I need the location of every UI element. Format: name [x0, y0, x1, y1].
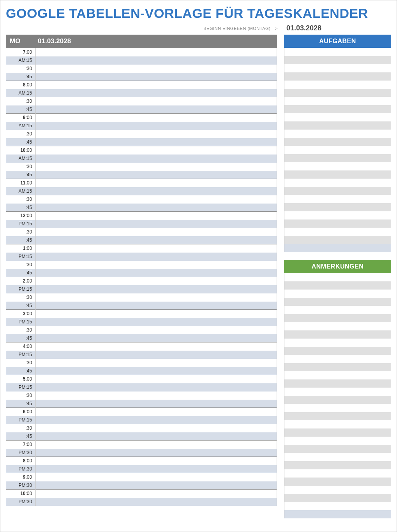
side-cell[interactable] [284, 453, 391, 461]
side-cell[interactable] [284, 355, 391, 363]
schedule-cell[interactable] [36, 105, 277, 114]
side-cell[interactable] [284, 72, 391, 81]
side-cell[interactable] [284, 97, 391, 105]
schedule-cell[interactable] [36, 367, 277, 375]
side-cell[interactable] [284, 510, 391, 518]
schedule-cell[interactable] [36, 65, 277, 73]
schedule-cell[interactable] [36, 318, 277, 326]
schedule-cell[interactable] [36, 220, 277, 228]
schedule-cell[interactable] [36, 73, 277, 81]
schedule-cell[interactable] [36, 187, 277, 195]
side-cell[interactable] [284, 486, 391, 494]
schedule-cell[interactable] [36, 449, 277, 457]
side-cell[interactable] [284, 105, 391, 113]
schedule-cell[interactable] [36, 138, 277, 146]
side-cell[interactable] [284, 388, 391, 396]
side-cell[interactable] [284, 494, 391, 502]
schedule-cell[interactable] [36, 334, 277, 342]
side-cell[interactable] [284, 396, 391, 404]
schedule-cell[interactable] [36, 383, 277, 392]
side-cell[interactable] [284, 64, 391, 72]
schedule-cell[interactable] [36, 285, 277, 293]
schedule-cell[interactable] [36, 171, 277, 179]
schedule-cell[interactable] [36, 89, 277, 97]
schedule-cell[interactable] [36, 465, 277, 473]
side-cell[interactable] [284, 170, 391, 179]
schedule-cell[interactable] [36, 236, 277, 244]
schedule-cell[interactable] [36, 457, 277, 465]
side-cell[interactable] [284, 89, 391, 97]
side-cell[interactable] [284, 437, 391, 445]
side-cell[interactable] [284, 306, 391, 314]
side-cell[interactable] [284, 290, 391, 298]
side-cell[interactable] [284, 298, 391, 306]
schedule-cell[interactable] [36, 441, 277, 449]
side-cell[interactable] [284, 478, 391, 486]
schedule-cell[interactable] [36, 481, 277, 490]
schedule-cell[interactable] [36, 244, 277, 253]
side-cell[interactable] [284, 56, 391, 64]
schedule-cell[interactable] [36, 81, 277, 89]
schedule-cell[interactable] [36, 473, 277, 481]
side-cell[interactable] [284, 363, 391, 371]
side-cell[interactable] [284, 420, 391, 428]
side-cell[interactable] [284, 347, 391, 355]
start-date-value[interactable]: 01.03.2028 [284, 24, 391, 32]
schedule-cell[interactable] [36, 212, 277, 220]
side-cell[interactable] [284, 211, 391, 219]
side-cell[interactable] [284, 228, 391, 236]
side-cell[interactable] [284, 339, 391, 347]
side-cell[interactable] [284, 138, 391, 146]
schedule-cell[interactable] [36, 293, 277, 302]
side-cell[interactable] [284, 330, 391, 339]
schedule-cell[interactable] [36, 392, 277, 400]
schedule-cell[interactable] [36, 490, 277, 498]
side-cell[interactable] [284, 445, 391, 453]
side-cell[interactable] [284, 179, 391, 187]
side-cell[interactable] [284, 244, 391, 252]
side-cell[interactable] [284, 379, 391, 388]
schedule-cell[interactable] [36, 114, 277, 122]
schedule-cell[interactable] [36, 408, 277, 416]
side-cell[interactable] [284, 130, 391, 138]
schedule-cell[interactable] [36, 261, 277, 269]
side-cell[interactable] [284, 146, 391, 154]
schedule-cell[interactable] [36, 416, 277, 424]
schedule-cell[interactable] [36, 163, 277, 171]
schedule-cell[interactable] [36, 498, 277, 506]
schedule-cell[interactable] [36, 56, 277, 65]
schedule-cell[interactable] [36, 122, 277, 130]
schedule-cell[interactable] [36, 97, 277, 105]
side-cell[interactable] [284, 461, 391, 469]
schedule-cell[interactable] [36, 195, 277, 204]
schedule-cell[interactable] [36, 424, 277, 432]
schedule-cell[interactable] [36, 375, 277, 383]
schedule-cell[interactable] [36, 204, 277, 212]
side-cell[interactable] [284, 428, 391, 437]
side-cell[interactable] [284, 187, 391, 195]
schedule-cell[interactable] [36, 253, 277, 261]
side-cell[interactable] [284, 195, 391, 203]
side-cell[interactable] [284, 404, 391, 412]
side-cell[interactable] [284, 469, 391, 478]
side-cell[interactable] [284, 412, 391, 420]
side-cell[interactable] [284, 81, 391, 89]
side-cell[interactable] [284, 219, 391, 228]
schedule-cell[interactable] [36, 269, 277, 277]
schedule-cell[interactable] [36, 146, 277, 155]
schedule-cell[interactable] [36, 228, 277, 236]
schedule-cell[interactable] [36, 342, 277, 351]
side-cell[interactable] [284, 273, 391, 281]
schedule-cell[interactable] [36, 359, 277, 367]
schedule-cell[interactable] [36, 277, 277, 285]
side-cell[interactable] [284, 371, 391, 379]
side-cell[interactable] [284, 322, 391, 330]
schedule-cell[interactable] [36, 179, 277, 187]
side-cell[interactable] [284, 203, 391, 211]
schedule-cell[interactable] [36, 432, 277, 441]
side-cell[interactable] [284, 48, 391, 56]
schedule-cell[interactable] [36, 130, 277, 138]
side-cell[interactable] [284, 502, 391, 510]
schedule-cell[interactable] [36, 351, 277, 359]
side-cell[interactable] [284, 154, 391, 162]
